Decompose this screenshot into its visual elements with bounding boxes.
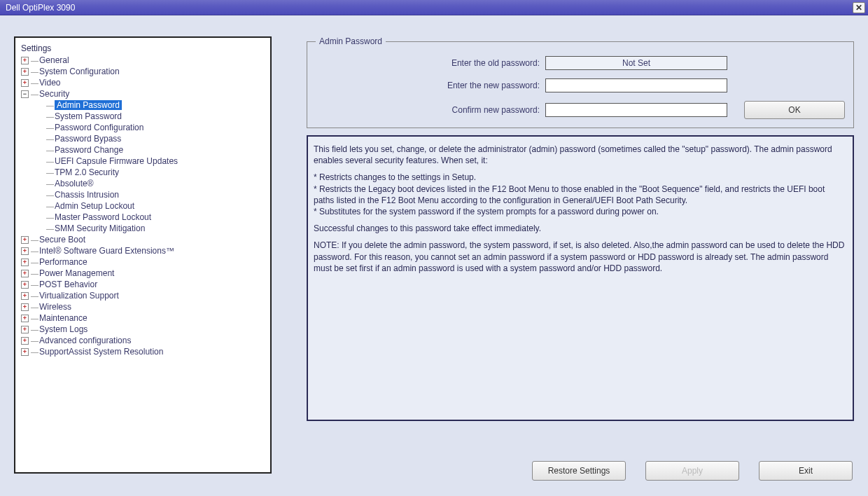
expand-icon[interactable] <box>21 348 29 356</box>
tree-item[interactable]: —SMM Security Mitigation <box>18 223 267 234</box>
group-legend: Admin Password <box>316 36 386 46</box>
tree-connector: — <box>46 157 53 165</box>
tree-connector: — <box>31 325 38 333</box>
expand-icon[interactable] <box>21 79 29 87</box>
tree-item-label: Video <box>39 78 60 88</box>
tree-connector: — <box>31 67 38 76</box>
tree-item[interactable]: —Virtualization Support <box>18 290 267 301</box>
tree-item[interactable]: —Wireless <box>18 301 267 312</box>
tree-item-label: Performance <box>39 257 88 267</box>
tree-item-label: Password Bypass <box>55 134 121 144</box>
tree-connector: — <box>46 191 53 199</box>
tree-item-label: Power Management <box>39 268 114 278</box>
desc-p2: Successful changes to this password take… <box>314 223 847 234</box>
tree-item-label: Secure Boot <box>39 235 85 244</box>
tree-connector: — <box>46 146 53 154</box>
tree-item[interactable]: —Chassis Intrusion <box>18 189 267 200</box>
tree-connector: — <box>31 280 38 289</box>
tree-item[interactable]: —System Password <box>18 111 267 122</box>
tree-item[interactable]: —Absolute® <box>18 178 267 189</box>
tree-item[interactable]: —UEFI Capsule Firmware Updates <box>18 156 267 167</box>
tree-connector: — <box>46 179 53 188</box>
tree-item[interactable]: —Advanced configurations <box>18 335 267 346</box>
tree-connector: — <box>46 213 53 221</box>
tree-connector: — <box>31 56 38 64</box>
tree-item[interactable]: —Maintenance <box>18 312 267 324</box>
collapse-icon[interactable] <box>21 90 29 98</box>
desc-b3: * Substitutes for the system password if… <box>314 206 847 217</box>
tree-connector: — <box>46 123 53 132</box>
tree-item[interactable]: —Admin Password <box>18 99 267 111</box>
exit-button[interactable]: Exit <box>759 461 853 481</box>
tree-item[interactable]: —Performance <box>18 256 267 268</box>
confirm-password-field[interactable] <box>545 103 727 117</box>
tree-item[interactable]: —Master Password Lockout <box>18 212 267 223</box>
tree-item[interactable]: —Power Management <box>18 268 267 279</box>
tree-item[interactable]: —System Logs <box>18 324 267 335</box>
expand-icon[interactable] <box>21 326 29 333</box>
tree-item-label: SupportAssist System Resolution <box>39 347 163 357</box>
expand-icon[interactable] <box>21 270 29 277</box>
settings-tree[interactable]: Settings —General—System Configuration—V… <box>14 36 272 474</box>
tree-item-label: Advanced configurations <box>39 336 131 345</box>
tree-connector: — <box>46 224 53 233</box>
tree-item-label: Security <box>39 89 69 99</box>
tree-connector: — <box>46 168 53 177</box>
desc-b1: * Restricts changes to the settings in S… <box>314 172 847 183</box>
tree-connector: — <box>31 347 38 356</box>
tree-item-label: Wireless <box>39 302 71 312</box>
tree-item-label: Password Configuration <box>55 123 144 132</box>
tree-connector: — <box>31 314 38 322</box>
tree-item[interactable]: —Security <box>18 88 267 99</box>
tree-item[interactable]: —POST Behavior <box>18 279 267 290</box>
tree-connector: — <box>46 101 53 109</box>
tree-item[interactable]: —SupportAssist System Resolution <box>18 346 267 357</box>
tree-item-label: Admin Password <box>55 100 122 110</box>
expand-icon[interactable] <box>21 57 29 64</box>
titlebar: Dell OptiPlex 3090 ✕ <box>0 0 868 15</box>
old-password-label: Enter the old password: <box>316 58 540 68</box>
apply-button[interactable]: Apply <box>645 461 739 481</box>
tree-connector: — <box>31 269 38 277</box>
tree-item-label: Master Password Lockout <box>55 212 151 222</box>
tree-item[interactable]: —Password Change <box>18 144 267 156</box>
tree-item[interactable]: —Video <box>18 77 267 88</box>
expand-icon[interactable] <box>21 315 29 322</box>
window-title: Dell OptiPlex 3090 <box>6 3 75 13</box>
tree-connector: — <box>31 258 38 266</box>
tree-item[interactable]: —Secure Boot <box>18 234 267 245</box>
tree-item[interactable]: —Password Bypass <box>18 133 267 144</box>
tree-item-label: UEFI Capsule Firmware Updates <box>55 156 178 166</box>
tree-connector: — <box>31 90 38 98</box>
tree-item[interactable]: —TPM 2.0 Security <box>18 167 267 178</box>
new-password-label: Enter the new password: <box>316 81 540 90</box>
tree-item[interactable]: —General <box>18 55 267 66</box>
expand-icon[interactable] <box>21 303 29 311</box>
desc-b2: * Restricts the Legacy boot devices list… <box>314 184 847 206</box>
tree-item-label: General <box>39 55 69 65</box>
tree-item-label: Virtualization Support <box>39 291 119 301</box>
close-icon[interactable]: ✕ <box>853 2 865 13</box>
tree-item[interactable]: —System Configuration <box>18 66 267 77</box>
expand-icon[interactable] <box>21 247 29 255</box>
expand-icon[interactable] <box>21 259 29 266</box>
tree-connector: — <box>31 303 38 311</box>
expand-icon[interactable] <box>21 292 29 300</box>
tree-item[interactable]: —Password Configuration <box>18 122 267 133</box>
restore-settings-button[interactable]: Restore Settings <box>532 461 626 481</box>
tree-item-label: Chassis Intrusion <box>55 190 119 200</box>
expand-icon[interactable] <box>21 68 29 76</box>
ok-button[interactable]: OK <box>744 101 845 119</box>
confirm-password-label: Confirm new password: <box>316 105 540 115</box>
expand-icon[interactable] <box>21 337 29 345</box>
new-password-field[interactable] <box>545 78 727 92</box>
tree-connector: — <box>31 247 38 255</box>
expand-icon[interactable] <box>21 236 29 244</box>
tree-item-label: POST Behavior <box>39 280 97 289</box>
expand-icon[interactable] <box>21 281 29 289</box>
tree-item-label: System Logs <box>39 324 88 334</box>
tree-item-label: System Configuration <box>39 67 120 76</box>
tree-item[interactable]: —Admin Setup Lockout <box>18 200 267 212</box>
tree-item[interactable]: —Intel® Software Guard Extensions™ <box>18 245 267 256</box>
tree-item-label: Intel® Software Guard Extensions™ <box>39 246 174 256</box>
